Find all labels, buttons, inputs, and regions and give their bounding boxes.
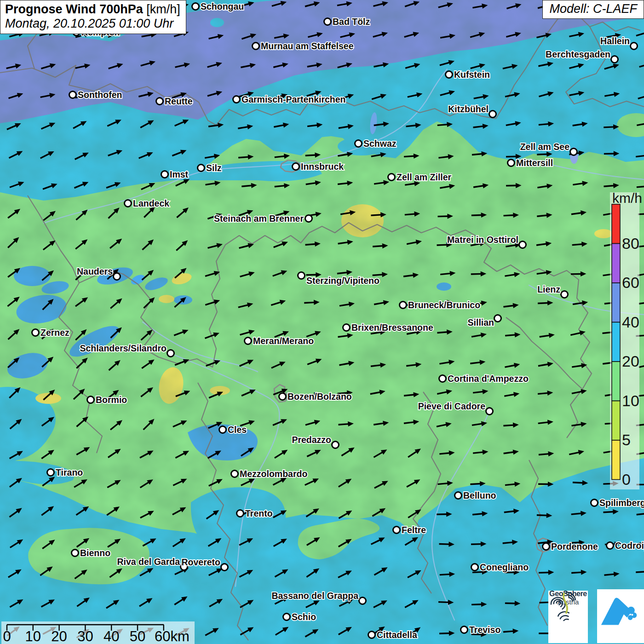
- city-feltre: Feltre: [393, 525, 426, 535]
- city-label-reutte: Reutte: [165, 96, 193, 106]
- legend-title: km/h: [612, 190, 642, 206]
- city-label-predazzo: Predazzo: [292, 435, 331, 445]
- city-label-cortina-d-ampezzo: Cortina d'Ampezzo: [448, 374, 529, 384]
- legend-tick-60: 60: [622, 274, 639, 291]
- city-marker-matrei-in-osttirol: [519, 242, 526, 248]
- city-label-kitzb-hel: Kitzbühel: [448, 104, 489, 114]
- city-label-treviso: Treviso: [469, 625, 500, 635]
- legend-color-10: [612, 362, 620, 401]
- city-marker-steinach-am-brenner: [305, 215, 312, 222]
- city-marker-bozen-bolzano: [279, 393, 286, 400]
- city-cortina-d-ampezzo: Cortina d'Ampezzo: [439, 374, 529, 384]
- city-marker-bormio: [87, 397, 94, 403]
- city-marker-imst: [161, 171, 168, 178]
- city-label-mezzolombardo: Mezzolombardo: [240, 469, 307, 479]
- city-label-garmisch-partenkirchen: Garmisch-Partenkirchen: [242, 94, 346, 104]
- mountain-cloud-icon: [597, 589, 638, 630]
- city-pordenone: Pordenone: [543, 541, 598, 552]
- scalebar-label-0: 0: [3, 628, 11, 644]
- city-marker-sillian: [494, 315, 501, 322]
- city-label-sillian: Sillian: [468, 317, 494, 328]
- city-label-riva-del-garda: Riva del Garda: [117, 557, 180, 567]
- scalebar-label-50: 50: [130, 628, 145, 644]
- legend-tick-20: 20: [622, 352, 639, 370]
- city-marker-lienz: [561, 291, 568, 298]
- city-bozen-bolzano: Bozen/Bolzano: [279, 391, 352, 402]
- city-marker-kitzb-hel: [489, 111, 496, 118]
- model-label: Modell: C-LAEF: [542, 0, 644, 19]
- city-marker-cles: [219, 426, 226, 433]
- legend-color-5: [612, 401, 620, 441]
- scalebar-label-20: 20: [51, 628, 67, 644]
- city-marker-sonthofen: [69, 92, 76, 98]
- city-imst: Imst: [161, 169, 189, 179]
- city-label-sterzing-vipiteno: Sterzing/Vipiteno: [306, 276, 380, 286]
- city-marker-pordenone: [543, 543, 550, 550]
- city-label-codroipo: Codroipo: [615, 540, 644, 551]
- city-marker-spilimbergo: [591, 500, 598, 506]
- city-brixen-bressanone: Brixen/Bressanone: [343, 322, 433, 333]
- city-marker-predazzo: [332, 442, 339, 448]
- city-marker-tirano: [47, 469, 54, 476]
- legend-color-80: [612, 204, 620, 244]
- legend-color-40: [612, 283, 620, 322]
- scalebar-end-label: 60km: [155, 628, 190, 644]
- city-label-conegliano: Conegliano: [480, 562, 529, 572]
- city-marker-brixen-bressanone: [343, 324, 350, 331]
- city-label-matrei-in-osttirol: Matrei in Osttirol: [447, 235, 518, 245]
- title-parameter: Prognose Wind 700hPa: [5, 2, 143, 16]
- legend-color-20: [612, 322, 620, 362]
- city-label-schwaz: Schwaz: [363, 138, 397, 149]
- city-label-belluno: Belluno: [463, 490, 496, 500]
- page-title: Prognose Wind 700hPa [km/h]: [5, 2, 180, 17]
- city-label-schlanders-silandro: Schlanders/Silandro: [80, 343, 167, 353]
- city-marker-nauders: [114, 273, 121, 280]
- city-label-hallein: Hallein: [600, 36, 630, 46]
- legend-tick-10: 10: [622, 392, 639, 409]
- city-label-pordenone: Pordenone: [551, 541, 598, 552]
- city-marker-mezzolombardo: [231, 471, 238, 477]
- scalebar-label-30: 30: [77, 628, 93, 644]
- city-marker-trento: [237, 510, 244, 517]
- legend-tick-80: 80: [622, 235, 639, 252]
- city-marker-bienno: [72, 550, 79, 557]
- forecast-datetime: Montag, 20.10.2025 01:00 Uhr: [5, 17, 180, 31]
- city-marker-pieve-di-cadore: [486, 408, 493, 415]
- city-label-pieve-di-cadore: Pieve di Cadore: [418, 401, 485, 411]
- city-marker-innsbruck: [293, 163, 299, 170]
- city-marker-bassano-del-grappa: [359, 598, 366, 604]
- city-marker-hallein: [631, 43, 638, 50]
- city-label-steinach-am-brenner: Steinach am Brenner: [214, 213, 304, 224]
- legend-tick-0: 0: [622, 471, 631, 488]
- city-marker-silz: [198, 165, 205, 172]
- city-zell-am-ziller: Zell am Ziller: [388, 172, 452, 182]
- city-marker-kufstein: [446, 71, 453, 78]
- city-label-nauders: Nauders: [77, 266, 113, 276]
- city-marker-feltre: [393, 527, 400, 534]
- city-marker-murnau-am-staffelsee: [253, 43, 259, 50]
- city-marker-bruneck-brunico: [400, 302, 407, 309]
- city-reutte: Reutte: [156, 96, 193, 106]
- city-marker-cortina-d-ampezzo: [439, 375, 446, 382]
- city-label-kufstein: Kufstein: [454, 69, 490, 80]
- city-marker-schio: [283, 614, 290, 621]
- city-label-berchtesgaden: Berchtesgaden: [546, 49, 610, 59]
- city-label-mittersill: Mittersill: [516, 158, 553, 168]
- city-trento: Trento: [237, 508, 273, 518]
- city-steinach-am-brenner: Steinach am Brenner: [214, 213, 312, 224]
- wind-map: SchongauBad TölzKemptenMurnau am Staffel…: [0, 0, 644, 644]
- city-label-feltre: Feltre: [402, 525, 426, 535]
- city-label-bormio: Bormio: [96, 395, 127, 405]
- city-label-schongau: Schongau: [201, 1, 244, 12]
- city-marker-cittadella: [368, 632, 375, 638]
- city-label-cittadella: Cittadella: [377, 630, 417, 640]
- city-label-silz: Silz: [206, 163, 222, 173]
- legend-color-0: [612, 440, 620, 480]
- city-label-bruneck-brunico: Bruneck/Brunico: [408, 300, 480, 310]
- city-label-landeck: Landeck: [133, 198, 169, 208]
- city-conegliano: Conegliano: [472, 562, 529, 572]
- city-murnau-am-staffelsee: Murnau am Staffelsee: [253, 41, 354, 51]
- mountain-cloud-logo: [597, 589, 644, 643]
- city-label-innsbruck: Innsbruck: [301, 161, 344, 172]
- city-marker-sterzing-vipiteno: [298, 272, 305, 279]
